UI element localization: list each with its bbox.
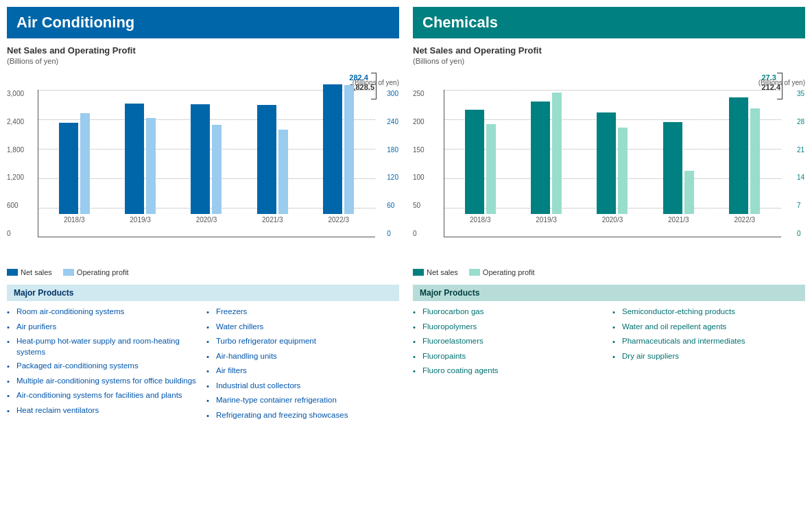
ac-bar-net-2022: [323, 84, 342, 214]
chem-products-col2: • Semiconductor-etching products • Water…: [612, 307, 805, 381]
ac-product-14: • Marine-type container refrigeration: [206, 395, 399, 407]
ac-chart-subtitle: (Billions of yen): [7, 57, 399, 65]
chemicals-header: Chemicals: [413, 7, 805, 38]
chem-legend-net-sales-box: [413, 269, 424, 276]
air-conditioning-header: Air Conditioning: [7, 7, 399, 38]
ac-product-2: • Air purifiers: [7, 322, 200, 333]
ac-product-8: • Freezers: [206, 307, 399, 318]
ac-billions-label: (Billions of yen): [353, 79, 399, 86]
ac-bar-net-2019: [125, 104, 144, 214]
ac-product-4: • Packaged air-conditioning systems: [7, 361, 200, 372]
ac-bar-op-2021: [278, 130, 288, 214]
chem-legend-net-sales-label: Net sales: [427, 268, 458, 276]
chem-bar-net-2018: [465, 110, 484, 214]
ac-chart-title: Net Sales and Operating Profit: [7, 45, 399, 56]
chem-products-header: Major Products: [413, 285, 805, 301]
ac-chart-inner: 3,000 2,400 1,800 1,200 600 0 300 240 18…: [38, 90, 375, 237]
ac-legend-net-sales-box: [7, 269, 18, 276]
ac-legend-op-profit-label: Operating profit: [77, 268, 129, 276]
chem-product-5: • Fluoro coating agents: [413, 366, 606, 377]
ac-product-15: • Refrigerating and freezing showcases: [206, 410, 399, 422]
chem-product-2: • Fluoropolymers: [413, 322, 606, 333]
chem-bar-op-2018: [486, 124, 496, 214]
ac-bar-op-2018: [80, 113, 90, 214]
chem-chart-title: Net Sales and Operating Profit: [413, 45, 805, 56]
ac-products-grid: • Room air-conditioning systems • Air pu…: [7, 307, 399, 425]
chemicals-title: Chemicals: [422, 14, 498, 31]
ac-legend-net-sales: Net sales: [7, 268, 52, 276]
chem-product-3: • Fluoroelastomers: [413, 336, 606, 348]
chem-product-7: • Water and oil repellent agents: [612, 322, 805, 333]
chem-product-1: • Fluorocarbon gas: [413, 307, 606, 318]
chem-legend-op-profit-label: Operating profit: [483, 268, 535, 276]
air-conditioning-title: Air Conditioning: [16, 14, 134, 31]
ac-product-7: • Heat reclaim ventilators: [7, 405, 200, 417]
ac-bar-net-2021: [257, 105, 276, 214]
ac-product-12: • Air filters: [206, 366, 399, 377]
chem-legend-op-profit: Operating profit: [469, 268, 535, 276]
chem-chart-area: 27.3 212.4 (Billions of yen) 250 200 150…: [413, 69, 805, 261]
ac-products-col2: • Freezers • Water chillers • Turbo refr…: [206, 307, 399, 425]
ac-legend-net-sales-label: Net sales: [21, 268, 52, 276]
ac-legend-op-profit: Operating profit: [63, 268, 129, 276]
chem-product-8: • Pharmaceuticals and intermediates: [612, 336, 805, 348]
ac-bar-net-2018: [59, 123, 78, 214]
ac-product-13: • Industrial dust collectors: [206, 381, 399, 392]
ac-product-11: • Air-handling units: [206, 351, 399, 363]
chemicals-section: Chemicals Net Sales and Operating Profit…: [413, 7, 805, 425]
ac-product-9: • Water chillers: [206, 322, 399, 333]
ac-product-6: • Air-conditioning systems for facilitie…: [7, 390, 200, 402]
ac-product-1: • Room air-conditioning systems: [7, 307, 200, 318]
ac-product-3: • Heat-pump hot-water supply and room-he…: [7, 336, 200, 357]
ac-chart-area: 282.4 2,828.5 (Billions of yen) 3,000 2,…: [7, 69, 399, 261]
ac-bar-op-2022: [344, 85, 354, 214]
chem-bar-net-2020: [597, 112, 616, 214]
chem-products-grid: • Fluorocarbon gas • Fluoropolymers • Fl…: [413, 307, 805, 381]
chem-bar-op-2019: [552, 93, 562, 214]
ac-bar-op-2019: [146, 118, 156, 214]
ac-legend: Net sales Operating profit: [7, 268, 399, 276]
chem-bar-net-2021: [663, 122, 682, 214]
chem-bar-net-2022: [729, 97, 748, 214]
ac-products-col1: • Room air-conditioning systems • Air pu…: [7, 307, 200, 425]
chem-bar-op-2020: [618, 128, 628, 214]
chem-chart-subtitle: (Billions of yen): [413, 57, 805, 65]
chem-legend-net-sales: Net sales: [413, 268, 458, 276]
chem-bar-op-2022: [750, 108, 760, 214]
ac-product-5: • Multiple air-conditioning systems for …: [7, 376, 200, 388]
ac-bar-op-2020: [212, 125, 222, 214]
chem-product-4: • Fluoropaints: [413, 351, 606, 363]
ac-bar-net-2020: [191, 104, 210, 214]
chem-products-col1: • Fluorocarbon gas • Fluoropolymers • Fl…: [413, 307, 606, 381]
air-conditioning-section: Air Conditioning Net Sales and Operating…: [7, 7, 399, 425]
chem-chart-inner: 250 200 150 100 50 0 35 28 21 14 7 0: [444, 90, 781, 237]
chem-billions-label: (Billions of yen): [759, 79, 805, 86]
ac-products-header: Major Products: [7, 285, 399, 301]
ac-product-10: • Turbo refrigerator equipment: [206, 336, 399, 348]
main-container: Air Conditioning Net Sales and Operating…: [7, 7, 805, 425]
chem-legend: Net sales Operating profit: [413, 268, 805, 276]
chem-product-9: • Dry air suppliers: [612, 351, 805, 363]
chem-product-6: • Semiconductor-etching products: [612, 307, 805, 318]
chem-bar-op-2021: [684, 171, 694, 214]
ac-legend-op-profit-box: [63, 269, 74, 276]
chem-bar-net-2019: [531, 102, 550, 214]
chem-legend-op-profit-box: [469, 269, 480, 276]
